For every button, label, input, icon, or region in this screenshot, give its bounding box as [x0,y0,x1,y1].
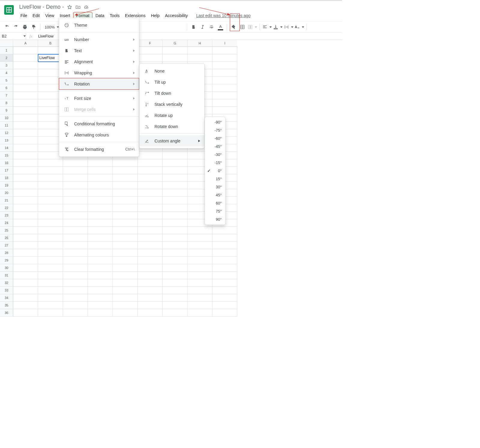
cell[interactable] [138,174,163,182]
cell[interactable] [38,189,63,197]
cell[interactable] [113,264,138,272]
cell[interactable] [13,249,38,257]
cell[interactable] [88,197,113,204]
cell[interactable] [88,294,113,302]
cell[interactable] [88,264,113,272]
row-header[interactable]: 13 [0,137,13,144]
cell[interactable] [113,242,138,249]
cell[interactable] [13,114,38,122]
cell[interactable] [163,227,188,234]
angle-option[interactable]: 90° [205,215,225,223]
row-header[interactable]: 8 [0,99,13,107]
cell[interactable] [138,234,163,242]
borders-button[interactable] [238,23,246,31]
angle-option[interactable]: -45° [205,142,225,151]
cell[interactable] [63,264,88,272]
row-header[interactable]: 3 [0,62,13,69]
cell[interactable] [163,294,188,302]
cell[interactable] [212,272,237,279]
cell[interactable] [163,219,188,227]
cell[interactable] [163,257,188,264]
zoom-dropdown[interactable]: 100% [43,25,61,29]
cell[interactable] [138,279,163,287]
cell[interactable] [13,197,38,204]
rotation-custom-angle[interactable]: Custom angle [140,135,204,146]
cell[interactable] [163,212,188,219]
cell[interactable] [88,279,113,287]
cell[interactable] [13,219,38,227]
menu-help[interactable]: Help [148,12,162,19]
col-header[interactable]: A [13,40,38,47]
cell[interactable] [163,54,188,62]
text-rotation-button[interactable] [295,24,304,30]
angle-option[interactable]: -15° [205,159,225,167]
angle-option[interactable]: -60° [205,134,225,142]
cell[interactable] [88,234,113,242]
cell[interactable] [212,309,237,317]
cell[interactable] [113,219,138,227]
cell[interactable] [63,272,88,279]
row-header[interactable]: 7 [0,92,13,99]
cell[interactable] [113,249,138,257]
vertical-align-button[interactable] [273,24,283,30]
cell[interactable] [38,174,63,182]
cell[interactable] [38,287,63,294]
cell[interactable] [88,227,113,234]
cell[interactable] [13,182,38,189]
cell[interactable] [113,182,138,189]
cell[interactable] [138,242,163,249]
cell[interactable] [113,159,138,167]
menu-text[interactable]: Text [59,45,139,56]
cell[interactable] [113,279,138,287]
cell[interactable] [212,99,237,107]
menu-rotation[interactable]: Rotation [59,78,139,89]
menu-alignment[interactable]: Alignment [59,56,139,67]
cell[interactable] [63,279,88,287]
row-header[interactable]: 2 [0,54,13,62]
cell[interactable] [113,287,138,294]
row-header[interactable]: 32 [0,279,13,287]
angle-option[interactable]: -75° [205,126,225,134]
cell[interactable] [212,77,237,84]
cell[interactable] [38,167,63,174]
cell[interactable] [13,272,38,279]
row-header[interactable]: 35 [0,302,13,309]
cell[interactable] [113,272,138,279]
strike-button[interactable] [208,23,215,31]
cell[interactable] [88,302,113,309]
row-header[interactable]: 20 [0,189,13,197]
rotation-stack-vert[interactable]: AStack vertically [140,99,204,110]
cell[interactable] [38,242,63,249]
cell[interactable] [13,69,38,77]
bold-button[interactable] [190,23,197,31]
rotation-rotate-down[interactable]: Rotate down [140,121,204,132]
row-header[interactable]: 5 [0,77,13,84]
row-header[interactable]: 16 [0,159,13,167]
menu-file[interactable]: File [18,12,30,19]
row-header[interactable]: 4 [0,69,13,77]
menu-theme[interactable]: Theme [59,19,139,31]
cell[interactable] [88,219,113,227]
row-header[interactable]: 9 [0,107,13,114]
cell[interactable] [113,294,138,302]
cell[interactable] [113,197,138,204]
cell[interactable] [38,212,63,219]
cell[interactable] [63,189,88,197]
cell[interactable] [138,287,163,294]
cell[interactable] [163,189,188,197]
cell[interactable] [163,302,188,309]
cell[interactable] [212,107,237,114]
cell[interactable] [138,257,163,264]
menu-wrapping[interactable]: Wrapping [59,67,139,78]
row-header[interactable]: 23 [0,212,13,219]
row-header[interactable]: 17 [0,167,13,174]
cell[interactable] [163,234,188,242]
cell[interactable] [88,159,113,167]
cell[interactable] [63,227,88,234]
cell[interactable] [38,302,63,309]
text-color-button[interactable] [217,23,224,31]
cell[interactable] [13,309,38,317]
cell[interactable] [163,167,188,174]
cell[interactable] [138,182,163,189]
cell[interactable] [212,257,237,264]
